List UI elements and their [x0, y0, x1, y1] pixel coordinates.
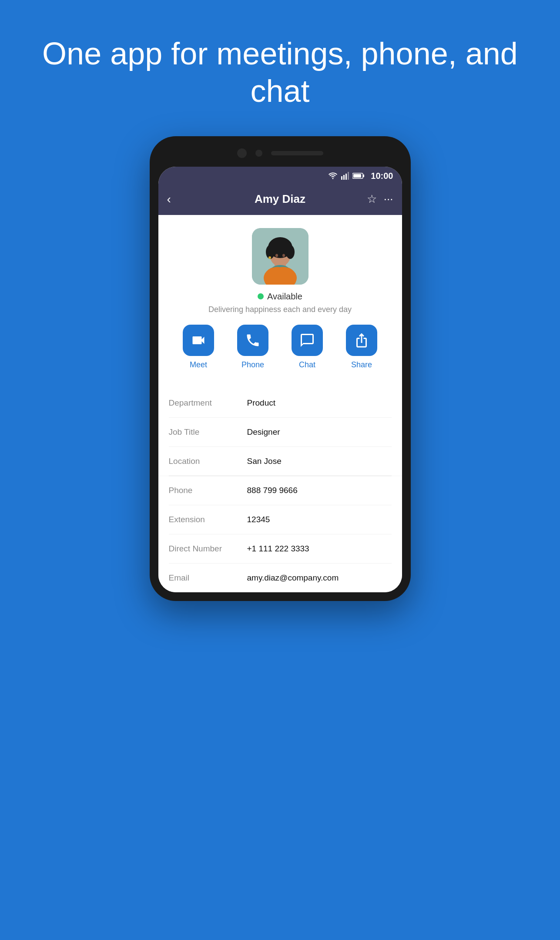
- meet-button[interactable]: [183, 325, 214, 356]
- chat-label: Chat: [299, 360, 315, 369]
- availability-dot: [258, 293, 264, 299]
- jobtitle-row: Job Title Designer: [169, 418, 392, 447]
- meet-icon: [191, 332, 206, 348]
- profile-section: Available Delivering happiness each and …: [158, 215, 402, 389]
- phone-button[interactable]: [237, 325, 268, 356]
- location-row: Location San Jose: [169, 447, 392, 476]
- phone-field-label: Phone: [169, 486, 247, 495]
- direct-number-value: +1 111 222 3333: [247, 544, 309, 554]
- svg-rect-0: [341, 176, 342, 180]
- email-row: Email amy.diaz@company.com: [169, 564, 392, 592]
- phone-screen: 10:00 ‹ Amy Diaz ☆ ···: [158, 167, 402, 592]
- svg-rect-3: [348, 172, 349, 180]
- nav-title: Amy Diaz: [255, 192, 305, 206]
- action-buttons: Meet Phone: [167, 325, 393, 369]
- phone-row: Phone 888 799 9666: [169, 476, 392, 505]
- phone-action[interactable]: Phone: [237, 325, 268, 369]
- svg-rect-2: [345, 174, 347, 180]
- svg-point-13: [286, 245, 295, 259]
- info-section-contact: Phone 888 799 9666 Extension 12345 Direc…: [158, 476, 402, 592]
- svg-point-15: [282, 254, 285, 257]
- speaker-bar: [271, 151, 323, 155]
- department-label: Department: [169, 398, 247, 408]
- headline: One app for meetings, phone, and chat: [0, 35, 560, 110]
- svg-rect-5: [363, 175, 364, 177]
- jobtitle-value: Designer: [247, 427, 280, 437]
- department-value: Product: [247, 398, 275, 408]
- info-section-personal: Department Product Job Title Designer Lo…: [158, 389, 402, 476]
- battery-icon: [352, 172, 365, 179]
- department-row: Department Product: [169, 389, 392, 418]
- availability-status: Available: [267, 292, 302, 302]
- svg-point-14: [275, 254, 278, 257]
- meet-label: Meet: [190, 360, 207, 369]
- share-action[interactable]: Share: [346, 325, 377, 369]
- camera-dot: [237, 148, 247, 158]
- share-label: Share: [351, 360, 372, 369]
- phone-mockup: 10:00 ‹ Amy Diaz ☆ ···: [150, 136, 411, 601]
- extension-row: Extension 12345: [169, 505, 392, 534]
- signal-icon: [341, 172, 349, 180]
- svg-point-17: [268, 256, 271, 259]
- phone-label: Phone: [241, 360, 264, 369]
- share-button[interactable]: [346, 325, 377, 356]
- more-options-button[interactable]: ···: [384, 192, 393, 206]
- status-message: Delivering happiness each and every day: [208, 305, 352, 314]
- chat-action[interactable]: Chat: [292, 325, 323, 369]
- direct-number-row: Direct Number +1 111 222 3333: [169, 534, 392, 564]
- status-row: Available: [258, 292, 302, 302]
- location-value: San Jose: [247, 457, 282, 466]
- phone-top-hardware: [158, 145, 402, 161]
- favorite-button[interactable]: ☆: [367, 192, 377, 206]
- avatar: [252, 228, 309, 285]
- status-bar: 10:00: [158, 167, 402, 185]
- wifi-icon: [328, 172, 338, 179]
- status-time: 10:00: [371, 171, 393, 181]
- share-icon: [354, 332, 369, 348]
- nav-bar: ‹ Amy Diaz ☆ ···: [158, 185, 402, 215]
- jobtitle-label: Job Title: [169, 427, 247, 437]
- extension-label: Extension: [169, 515, 247, 524]
- email-label: Email: [169, 573, 247, 583]
- direct-number-label: Direct Number: [169, 544, 247, 554]
- svg-rect-6: [353, 174, 361, 178]
- email-value: amy.diaz@company.com: [247, 573, 339, 583]
- nav-actions: ☆ ···: [367, 192, 393, 206]
- phone-field-value: 888 799 9666: [247, 486, 298, 495]
- chat-icon: [299, 332, 315, 348]
- phone-frame: 10:00 ‹ Amy Diaz ☆ ···: [150, 136, 411, 601]
- camera-dot2: [255, 150, 262, 157]
- location-label: Location: [169, 457, 247, 466]
- meet-action[interactable]: Meet: [183, 325, 214, 369]
- chat-button[interactable]: [292, 325, 323, 356]
- svg-rect-1: [343, 175, 345, 180]
- back-button[interactable]: ‹: [167, 192, 171, 206]
- avatar-image: [252, 228, 309, 285]
- phone-icon: [245, 332, 261, 348]
- status-icons: [328, 172, 365, 180]
- extension-value: 12345: [247, 515, 270, 524]
